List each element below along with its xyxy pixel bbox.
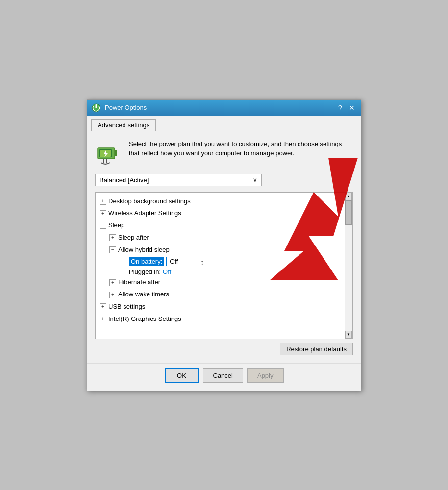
apply-button[interactable]: Apply [247,368,284,383]
tree-wrapper: + Desktop background settings + Wireless… [95,192,353,339]
plan-dropdown-value: Balanced [Active] [100,176,149,184]
description-row: Select the power plan that you want to c… [95,139,353,166]
tree-item-label: Allow hybrid sleep [118,245,170,255]
tree-item-sleep[interactable]: − Sleep [96,220,352,232]
expand-icon[interactable]: + [100,198,106,205]
title-bar-icon [91,103,101,113]
tree-item-sleep-after[interactable]: + Sleep after [96,232,352,244]
scrollbar[interactable]: ▲ ▼ [345,193,352,339]
power-plan-icon [95,139,122,166]
title-bar: Power Options ? ✕ [87,100,361,116]
plugged-in-row: Plugged in: Off [96,267,352,276]
restore-row: Restore plan defaults [95,343,353,355]
tree-item-wake-timers[interactable]: + Allow wake timers [96,289,352,301]
on-battery-row: On battery: Off ↕ [96,256,352,267]
title-bar-title: Power Options [105,104,335,111]
scrollbar-down-arrow[interactable]: ▼ [345,331,352,339]
scrollbar-thumb[interactable] [345,200,352,225]
tree-item-label: Sleep [108,220,124,231]
tree-item-label: Hibernate after [118,277,160,288]
collapse-icon[interactable]: − [109,246,116,253]
plugged-in-label: Plugged in: [129,268,161,275]
settings-tree: + Desktop background settings + Wireless… [95,192,353,339]
tree-scroll-content[interactable]: + Desktop background settings + Wireless… [96,193,352,339]
plugged-in-value: Off [163,268,171,275]
expand-icon[interactable]: + [109,279,116,286]
expand-icon[interactable]: + [109,292,116,298]
tree-item-label: Sleep after [118,233,149,243]
tree-item-hibernate[interactable]: + Hibernate after [96,276,352,289]
tab-advanced-settings[interactable]: Advanced settings [91,119,156,131]
help-button[interactable]: ? [335,103,345,113]
on-battery-value: Off [170,258,178,265]
scrollbar-up-arrow[interactable]: ▲ [345,193,352,200]
plan-dropdown[interactable]: Balanced [Active] ∨ [95,174,262,186]
tree-item-desktop-bg[interactable]: + Desktop background settings [96,196,352,208]
svg-rect-1 [96,104,97,108]
expand-icon[interactable]: + [100,210,106,217]
tree-item-usb[interactable]: + USB settings [96,301,352,313]
cursor-icon: ↕ [200,258,204,266]
tree-item-label: USB settings [108,302,145,312]
description-text: Select the power plan that you want to c… [129,139,353,158]
content-area: Select the power plan that you want to c… [87,131,361,363]
tree-item-wireless[interactable]: + Wireless Adapter Settings [96,207,352,220]
tree-item-intel-graphics[interactable]: + Intel(R) Graphics Settings [96,313,352,325]
on-battery-value-dropdown[interactable]: Off ↕ [166,257,205,266]
cancel-button[interactable]: Cancel [203,368,243,383]
power-options-dialog: Power Options ? ✕ Advanced settings [87,99,361,391]
ok-button[interactable]: OK [165,368,199,383]
restore-defaults-button[interactable]: Restore plan defaults [280,343,353,355]
title-bar-controls: ? ✕ [335,103,357,113]
tree-item-label: Wireless Adapter Settings [108,208,181,219]
on-battery-label[interactable]: On battery: [129,257,164,266]
tab-bar: Advanced settings [87,116,361,131]
expand-icon[interactable]: + [100,303,106,310]
close-button[interactable]: ✕ [347,103,357,113]
svg-rect-3 [115,150,117,156]
expand-icon[interactable]: + [109,234,116,241]
expand-icon[interactable]: + [100,316,106,322]
tree-item-hybrid-sleep[interactable]: − Allow hybrid sleep [96,244,352,256]
button-row: OK Cancel Apply [87,363,361,391]
tree-item-label: Intel(R) Graphics Settings [108,314,181,324]
collapse-icon[interactable]: − [100,222,106,229]
dropdown-arrow-icon: ∨ [253,176,257,183]
tree-item-label: Desktop background settings [108,196,191,207]
tree-item-label: Allow wake timers [118,290,169,300]
